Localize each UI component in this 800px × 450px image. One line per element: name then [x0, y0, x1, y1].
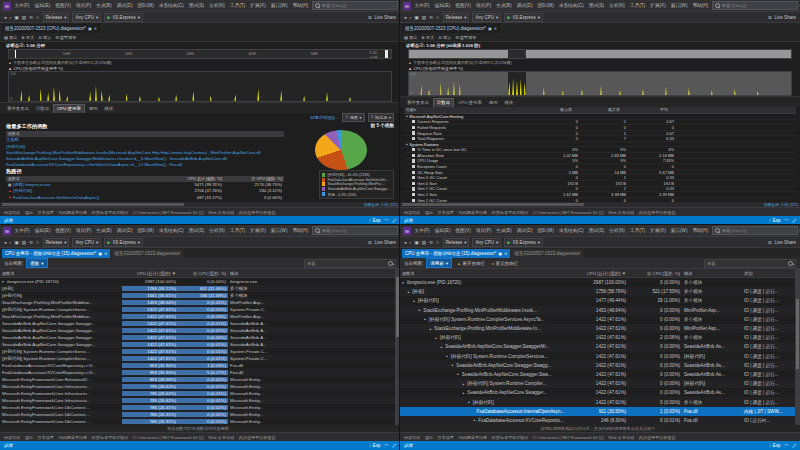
publish-indicator[interactable]: ↑ Esp [369, 443, 380, 448]
tree-expand-icon[interactable]: ▴ [413, 299, 415, 303]
panel-tab-4[interactable]: 代码覆盖率结果 [458, 435, 487, 440]
table-row[interactable]: StackExchange.Profiling.MiniProfilerMidd… [0, 299, 400, 306]
document-tab-2[interactable]: 报告20200507-1523.diagsession [511, 249, 583, 258]
forward-icon[interactable]: ▸ [9, 15, 11, 20]
menu-item-9[interactable]: 测试(S) [587, 228, 606, 233]
tab-close-icon[interactable]: ✕ [504, 251, 507, 256]
panel-tab-7[interactable]: Web 发布活动 [608, 210, 634, 215]
scrollbar-thumb[interactable] [396, 277, 399, 337]
tree-expand-icon[interactable]: ▴ [468, 400, 470, 404]
counter-checkbox[interactable] [412, 120, 415, 123]
live-share-icon[interactable]: ⧉ [768, 15, 771, 20]
call-tree-row[interactable]: ▴[外部]1756 (58.79%)521 (17.50%)多个模块IO | 调… [400, 287, 800, 296]
report-tool-4[interactable]: ⟲重置缩放 [55, 35, 76, 40]
menu-item-13[interactable]: 窗口(W) [269, 3, 289, 8]
counter-checkbox[interactable] [412, 159, 415, 162]
publish-indicator[interactable]: ↑ Esp [769, 443, 780, 448]
panel-tab-8[interactable]: 内存使用率分析报告 [639, 210, 676, 215]
save-all-icon[interactable]: ▤ [22, 240, 26, 245]
table-row[interactable]: Microsoft.EntityFrameworkCore.Relational… [0, 376, 400, 383]
menu-item-2[interactable]: 编辑(E) [433, 3, 452, 8]
panel-tab-2[interactable]: 输出 [25, 435, 33, 440]
table-row[interactable]: FxaDatabaseAccessor.KVCoreRepository+<G.… [0, 369, 400, 376]
table-row[interactable]: [外部代码] System.Runtime.CompilerServic...1… [0, 306, 400, 313]
undo-icon[interactable]: ⟲ [429, 15, 433, 20]
menu-item-13[interactable]: 窗口(W) [669, 228, 689, 233]
menu-item-9[interactable]: 测试(S) [187, 3, 206, 8]
report-tab-5[interactable]: 模块 [502, 99, 517, 107]
table-search-input[interactable]: 搜索... [304, 259, 396, 268]
menu-item-11[interactable]: 工具(T) [229, 228, 247, 233]
report-tab-3[interactable]: CPU 使用率 [455, 99, 485, 107]
menu-item-9[interactable]: 测试(S) [187, 228, 206, 233]
call-tree-row[interactable]: ▴FxaDatabaseAccessor.KVCoreReposito...24… [400, 416, 800, 425]
call-tree-row[interactable]: ▴SeasideAirBnb.AspNetCore.Swagger.Swagg.… [400, 361, 800, 370]
table-row[interactable]: ▾ilongrecio.exe (PID 18720)2987 (100.00%… [0, 278, 400, 285]
menu-item-11[interactable]: 工具(T) [629, 228, 647, 233]
counter-row[interactable]: Gen 2 GC Count000 [404, 198, 796, 202]
call-tree-row[interactable]: ▴[外部代码] System.Runtime.CompilerServices.… [400, 315, 800, 324]
menu-item-12[interactable]: 扩展(X) [649, 3, 668, 8]
panel-tab-5[interactable]: 程序包管理器控制台 [92, 210, 129, 215]
tree-expand-icon[interactable]: ▴ [441, 345, 443, 349]
counter-checkbox[interactable] [412, 137, 415, 140]
panel-tab-3[interactable]: 异常设置 [38, 435, 54, 440]
report-tab-4[interactable]: 调用 [86, 105, 101, 113]
table-row[interactable]: Microsoft.EntityFrameworkCore.Infrastruc… [0, 383, 400, 390]
document-tab-1[interactable]: 报告20200507-1523 (CPU).diagsession*▣✕ [402, 24, 500, 33]
menu-item-1[interactable]: 文件(F) [413, 3, 431, 8]
tree-expand-icon[interactable]: ▴ [419, 308, 421, 312]
call-tree-row[interactable]: ▾ilongrecio.exe (PID 18720)2987 (100.00%… [400, 278, 800, 287]
menu-item-8[interactable]: 体系结构(C) [557, 3, 585, 8]
timeline-selection[interactable] [409, 50, 508, 58]
panel-tab-1[interactable]: 错误列表 [404, 210, 420, 215]
menu-item-6[interactable]: 调试(D) [515, 228, 534, 233]
cpu-usage-chart[interactable]: 1000 [8, 71, 392, 102]
platform-dropdown[interactable]: Any CPU▾ [72, 13, 101, 22]
menu-item-1[interactable]: 文件(F) [13, 3, 31, 8]
counter-checkbox[interactable] [412, 199, 415, 202]
panel-tab-6[interactable]: C# Interactive (.NET Framework 64 位) [533, 435, 604, 440]
panel-tab-7[interactable]: Web 发布活动 [208, 435, 234, 440]
feedback-icon[interactable]: ◠ [784, 218, 788, 223]
menu-item-2[interactable]: 编辑(E) [33, 228, 52, 233]
save-all-icon[interactable]: ▤ [422, 15, 426, 20]
menu-item-11[interactable]: 工具(T) [229, 3, 247, 8]
report-tool-4[interactable]: ⟲重置缩放 [455, 35, 476, 40]
cpu-usage-chart[interactable]: 1000 [408, 71, 792, 96]
menu-item-14[interactable]: 帮助(H) [691, 228, 710, 233]
call-tree-row[interactable]: ▴SeasideAirBnb.AspNetCore.Swagger.Swa...… [400, 370, 800, 379]
pin-icon[interactable]: ▣ [88, 26, 92, 31]
report-tool-1[interactable]: ▤导出 [404, 35, 417, 40]
undo-icon[interactable]: ⟲ [29, 240, 33, 245]
document-tab-2[interactable]: 报告20200507-1523.diagsession [111, 249, 183, 258]
pin-icon[interactable]: ▣ [98, 251, 102, 256]
panel-tab-7[interactable]: Web 发布活动 [608, 435, 634, 440]
panel-tab-7[interactable]: Web 发布活动 [208, 210, 234, 215]
panel-tab-8[interactable]: 内存使用率分析报告 [639, 435, 676, 440]
call-tree-row[interactable]: ▴StackExchange.Profiling.MiniProfilerMid… [400, 324, 800, 333]
menu-item-6[interactable]: 调试(D) [115, 228, 134, 233]
fullscreen-icon[interactable]: ⤢ [792, 218, 796, 223]
back-icon[interactable]: ◂ [404, 240, 406, 245]
menu-item-8[interactable]: 体系结构(C) [157, 3, 185, 8]
table-row[interactable]: Microsoft.EntityFrameworkCore.DbContext.… [0, 418, 400, 425]
fullscreen-icon[interactable]: ⤢ [392, 443, 396, 448]
redo-icon[interactable]: ⟳ [436, 240, 440, 245]
menu-item-6[interactable]: 调试(D) [115, 3, 134, 8]
menu-item-10[interactable]: 分析(N) [608, 3, 627, 8]
hot-path-row[interactable]: ▲FxaDataJsonAccessor.GetVehicleDataAsync… [6, 194, 284, 200]
table-row[interactable]: Microsoft.EntityFrameworkCore.DbContext.… [0, 411, 400, 418]
call-tree-row[interactable]: ▴SeasideAirBnb.AspNetCore.Swagger...1422… [400, 388, 800, 397]
menu-item-2[interactable]: 编辑(E) [33, 3, 52, 8]
counter-checkbox[interactable] [412, 165, 415, 168]
menu-item-1[interactable]: 文件(F) [13, 228, 31, 233]
quick-launch-search[interactable]: 搜索 (Ctrl+Q) [712, 1, 798, 10]
live-share-icon[interactable]: ⧉ [368, 240, 371, 245]
chart-selection[interactable] [409, 72, 508, 95]
feedback-icon[interactable]: ◠ [384, 443, 388, 448]
table-row[interactable]: SeasideAirBnb.AspNetCore.Swagger.Swagge.… [0, 320, 400, 327]
menu-item-7[interactable]: 团队(M) [136, 228, 155, 233]
feedback-icon[interactable]: ◠ [784, 443, 788, 448]
report-tab-1[interactable]: 事件查看器 [4, 105, 32, 113]
